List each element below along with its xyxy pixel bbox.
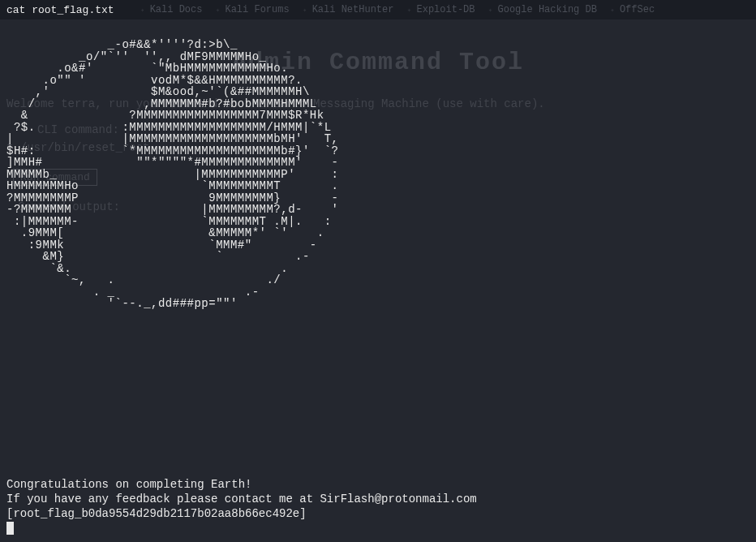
bookmark-exploit-db[interactable]: ✦ Exploit-DB <box>405 4 475 15</box>
bug-icon: ✦ <box>487 6 495 14</box>
page-background: Admin Command Tool Welcome terra, run yo… <box>0 19 756 542</box>
bookmark-kali-docs[interactable]: ✦ Kali Docs <box>139 4 203 15</box>
bookmark-label: Kali Docs <box>150 4 203 15</box>
bookmark-label: Google Hacking DB <box>498 4 597 15</box>
flag-line: [root_flag_b0da9554d29db2117b02aa8b66ec4… <box>6 507 307 520</box>
feedback-line: If you have any feedback please contact … <box>6 493 477 505</box>
bookmark-label: Kali Forums <box>225 4 289 15</box>
terminal-command: cat root_flag.txt <box>6 4 114 16</box>
page-title: Admin Command Tool <box>8 49 748 76</box>
dragon-icon: ✦ <box>213 6 221 14</box>
bookmarks-bar: ✦ Kali Docs ✦ Kali Forums ✦ Kali NetHunt… <box>139 4 655 15</box>
bookmark-label: Kali NetHunter <box>312 4 394 15</box>
shield-icon: ✦ <box>608 6 616 14</box>
bug-icon: ✦ <box>405 6 413 14</box>
dragon-icon: ✦ <box>301 6 309 14</box>
command-output-label: Command output: <box>18 200 748 213</box>
cli-command-input[interactable]: t /usr/bin/reset_root <box>6 141 748 154</box>
dragon-icon: ✦ <box>139 6 147 14</box>
bookmark-label: OffSec <box>620 4 655 15</box>
bookmark-kali-forums[interactable]: ✦ Kali Forums <box>213 4 289 15</box>
bookmark-offsec[interactable]: ✦ OffSec <box>608 4 655 15</box>
cli-command-label: CLI command: <box>37 123 748 136</box>
congrats-line: Congratulations on completing Earth! <box>6 478 251 491</box>
footer-output: Congratulations on completing Earth! If … <box>6 477 477 536</box>
bookmark-google-hacking-db[interactable]: ✦ Google Hacking DB <box>487 4 597 15</box>
top-bar: cat root_flag.txt ✦ Kali Docs ✦ Kali For… <box>0 0 756 19</box>
bookmark-kali-nethunter[interactable]: ✦ Kali NetHunter <box>301 4 394 15</box>
welcome-text: Welcome terra, run your command on the E… <box>6 97 748 110</box>
cursor-icon <box>6 522 14 535</box>
bookmark-label: Exploit-DB <box>416 4 475 15</box>
run-command-button[interactable]: Run command <box>13 169 97 186</box>
